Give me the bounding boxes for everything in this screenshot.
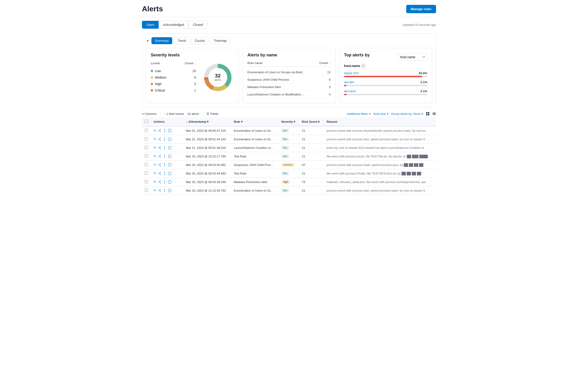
row-severity: low — [278, 126, 299, 135]
row-rule: LaunchDaemon Creation or... — [231, 143, 278, 152]
summary-tab-treemap[interactable]: Treemap — [210, 37, 230, 44]
group-alerts-link[interactable]: Group alerts by: None ▾ — [391, 112, 423, 116]
manage-rules-button[interactable]: Manage rules — [406, 5, 436, 13]
rule-name-4: LaunchDaemon Creation or Modification ..… — [247, 93, 304, 96]
kebab-action-icon[interactable] — [163, 189, 166, 192]
row-checkbox[interactable] — [145, 163, 148, 166]
row-checkbox[interactable] — [145, 137, 148, 140]
top-alerts-dropdown[interactable]: host.name user.name process.name — [398, 54, 427, 61]
severity-table: Levels Count ↓ Low 20 — [151, 61, 196, 94]
share-action-icon[interactable] — [158, 163, 161, 167]
host-name-3[interactable]: dev-term — [344, 89, 356, 93]
svg-point-65 — [164, 180, 165, 181]
shield-action-icon[interactable] — [168, 146, 172, 150]
share-action-icon[interactable] — [158, 180, 161, 184]
shield-action-icon[interactable] — [168, 129, 172, 132]
row-checkbox[interactable] — [145, 154, 148, 158]
row-checkbox-cell — [142, 143, 151, 152]
severity-count-critical: 1 — [194, 88, 196, 92]
collapse-button[interactable]: ▾ — [146, 38, 149, 44]
table-body: ✎ Mar 21, 2023 @ 09:56:47.220 Enumeratio… — [142, 126, 436, 195]
share-action-icon[interactable] — [158, 129, 161, 132]
shield-action-icon[interactable] — [168, 180, 172, 184]
shield-action-icon[interactable] — [168, 163, 172, 167]
select-all-checkbox[interactable] — [145, 120, 148, 123]
svg-point-46 — [160, 166, 161, 166]
th-timestamp[interactable]: ↓ @timestamp ▾ — [183, 117, 231, 126]
alert-count-3: 5 — [329, 85, 331, 89]
severity-count-high: 5 — [194, 82, 196, 86]
svg-point-28 — [158, 147, 159, 148]
tab-closed[interactable]: Closed — [189, 21, 207, 29]
row-actions-cell: ✎ — [151, 186, 183, 195]
svg-point-45 — [160, 163, 161, 164]
action-icons: ✎ — [153, 172, 180, 175]
svg-point-68 — [158, 190, 159, 191]
kebab-action-icon[interactable] — [163, 163, 166, 167]
row-checkbox[interactable] — [145, 180, 148, 183]
severity-count-low: 20 — [192, 69, 196, 73]
row-risk-score: 21 — [299, 143, 324, 152]
shield-action-icon[interactable] — [168, 189, 172, 192]
edit-action-icon[interactable]: ✎ — [153, 129, 156, 132]
kebab-action-icon[interactable] — [163, 137, 166, 141]
grid-view-link[interactable]: Grid view ▾ — [373, 112, 388, 116]
kebab-action-icon[interactable] — [163, 180, 166, 184]
severity-badge: low — [281, 129, 289, 133]
kebab-action-icon[interactable] — [163, 146, 166, 150]
edit-action-icon[interactable]: ✎ — [153, 146, 156, 150]
severity-label-high: High — [151, 82, 162, 86]
rule-col-header: Rule name — [247, 61, 263, 65]
shield-action-icon[interactable] — [168, 172, 172, 175]
additional-filters-link[interactable]: Additional filters ▾ — [347, 112, 371, 116]
shield-action-icon[interactable] — [168, 154, 172, 158]
summary-tab-summary[interactable]: Summary — [151, 37, 172, 44]
severity-row-low: Low 20 — [151, 68, 196, 74]
share-action-icon[interactable] — [158, 146, 161, 150]
share-action-icon[interactable] — [158, 137, 161, 141]
tab-open[interactable]: Open — [142, 21, 159, 29]
row-checkbox-cell — [142, 126, 151, 135]
severity-badge: high — [281, 180, 290, 184]
list-toggle-button[interactable] — [432, 112, 436, 116]
table-controls: ≡ Columns ↑ 1 field sorted 32 alerts ☰ F… — [142, 112, 436, 116]
row-checkbox[interactable] — [145, 189, 148, 192]
edit-action-icon[interactable]: ✎ — [153, 180, 156, 184]
row-severity: medium — [278, 161, 299, 169]
svg-line-64 — [159, 182, 160, 183]
row-checkbox[interactable] — [145, 172, 148, 175]
columns-button[interactable]: ≡ Columns — [142, 112, 156, 116]
summary-tab-counts[interactable]: Counts — [191, 37, 208, 44]
th-rule[interactable]: Rule ▾ — [231, 117, 278, 126]
edit-action-icon[interactable]: ✎ — [153, 189, 156, 192]
kebab-action-icon[interactable] — [163, 154, 166, 158]
row-checkbox[interactable] — [145, 129, 148, 132]
row-timestamp: Mar 20, 2023 @ 09:54:05.962 — [183, 161, 231, 169]
share-action-icon[interactable] — [158, 189, 161, 192]
share-action-icon[interactable] — [158, 154, 161, 158]
tab-acknowledged[interactable]: Acknowledged — [159, 21, 189, 29]
shield-action-icon[interactable] — [168, 137, 172, 141]
kebab-action-icon[interactable] — [163, 172, 166, 175]
edit-action-icon[interactable]: ✎ — [153, 154, 156, 158]
svg-point-34 — [164, 147, 165, 148]
action-icons: ✎ — [153, 129, 180, 132]
kebab-action-icon[interactable] — [163, 129, 166, 132]
row-timestamp: Mar 21, 2023 @ 09:51:44.163 — [183, 135, 231, 143]
edit-action-icon[interactable]: ✎ — [153, 163, 156, 167]
th-risk-score[interactable]: Risk Score ▾ — [299, 117, 324, 126]
share-action-icon[interactable] — [158, 172, 161, 175]
edit-action-icon[interactable]: ✎ — [153, 172, 156, 175]
row-risk-score: 21 — [299, 135, 324, 143]
host-name-2[interactable]: dev-jbrf — [344, 81, 354, 84]
summary-tab-trend[interactable]: Trend — [174, 37, 189, 44]
svg-point-30 — [160, 149, 161, 149]
fields-button[interactable]: ☰ Fields — [206, 112, 218, 116]
row-checkbox[interactable] — [145, 146, 148, 149]
grid-toggle-button[interactable] — [426, 112, 430, 116]
edit-action-icon[interactable]: ✎ — [153, 137, 156, 141]
host-name-1[interactable]: elastic-523 — [344, 71, 359, 75]
columns-icon: ≡ — [142, 112, 144, 116]
svg-point-26 — [164, 139, 165, 140]
th-severity[interactable]: Severity ▾ — [278, 117, 299, 126]
